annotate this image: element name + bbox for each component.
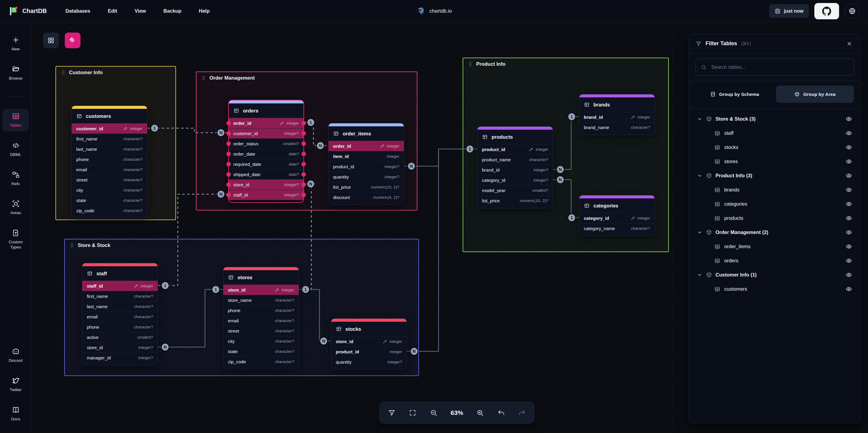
sidebar-item-areas[interactable]: Areas [2,196,29,219]
field-row-orders-order_status[interactable]: order_statussmallint? [229,138,304,149]
field-row-products-product_id[interactable]: product_idinteger [477,144,553,154]
redo-button[interactable] [518,409,526,417]
field-row-staff-first_name[interactable]: first_namecharacter? [82,291,158,301]
connection-handle[interactable] [226,141,231,146]
field-row-order_items-quantity[interactable]: quantityinteger? [329,172,404,182]
drag-handle-icon[interactable] [201,75,207,81]
fit-view-button[interactable] [409,409,416,417]
field-row-customers-city[interactable]: citycharacter? [72,185,147,195]
sidebar-item-tables[interactable]: Tables [2,109,29,132]
menu-databases[interactable]: Databases [65,8,90,14]
field-row-brands-brand_id[interactable]: brand_idinteger [579,112,655,122]
field-row-orders-order_id[interactable]: order_idinteger [229,118,304,128]
field-row-orders-store_id[interactable]: store_idinteger? [229,179,304,190]
language-button[interactable] [844,4,860,19]
toggle-visibility-brands[interactable] [844,185,853,195]
filter-group-product-info[interactable]: Product Info (3) [689,169,861,183]
connection-handle[interactable] [226,152,231,156]
toggle-visibility-customers[interactable] [844,285,853,294]
field-row-customers-first_name[interactable]: first_namecharacter? [72,134,147,144]
drag-handle-icon[interactable] [60,70,66,76]
table-header-customers[interactable]: customers [72,109,147,123]
field-row-stocks-store_id[interactable]: store_idinteger [331,336,407,346]
toggle-visibility-store-stock[interactable] [844,115,853,124]
filter-table-stores[interactable]: stores [689,154,861,169]
undo-button[interactable] [497,409,505,417]
field-row-staff-phone[interactable]: phonecharacter? [82,322,158,332]
table-staff[interactable]: staffstaff_idintegerfirst_namecharacter?… [82,263,158,366]
search-input[interactable] [711,64,849,70]
field-row-brands-brand_name[interactable]: brand_namecharacter? [579,122,655,133]
field-row-products-product_name[interactable]: product_namecharacter? [477,154,553,165]
field-row-orders-staff_id[interactable]: staff_idinteger? [229,190,304,200]
field-row-products-category_id[interactable]: category_idinteger? [477,175,553,185]
table-products[interactable]: productsproduct_idintegerproduct_namecha… [477,126,553,208]
table-header-products[interactable]: products [477,129,553,144]
close-panel-button[interactable] [845,39,854,48]
toggle-visibility-staff[interactable] [844,129,853,138]
field-row-products-list_price[interactable]: list_pricenumeric(10, 2)? [477,195,553,206]
menu-help[interactable]: Help [199,8,210,14]
table-header-orders[interactable]: orders [229,104,304,118]
field-row-customers-street[interactable]: streetcharacter? [72,175,147,185]
field-row-order_items-discount[interactable]: discountnumeric(4, 2)? [329,192,404,202]
connection-handle[interactable] [301,141,306,146]
connection-handle[interactable] [226,182,231,187]
table-customers[interactable]: customerscustomer_idintegerfirst_namecha… [71,106,147,218]
connection-handle[interactable] [226,193,231,197]
snap-to-grid-button[interactable] [65,33,81,48]
field-row-orders-shipped_date[interactable]: shipped_datedate? [229,169,304,179]
field-row-staff-manager_id[interactable]: manager_idinteger? [82,352,158,363]
chevron-down-icon[interactable] [697,272,703,278]
toggle-visibility-products[interactable] [844,214,853,223]
toggle-visibility-stores[interactable] [844,157,853,166]
connection-handle[interactable] [301,121,306,125]
toggle-visibility-orders[interactable] [844,256,853,265]
connection-handle[interactable] [226,131,231,136]
database-indicator[interactable]: chartdb.io [416,0,452,22]
connection-handle[interactable] [226,121,231,125]
filter-table-products[interactable]: products [689,211,861,225]
sidebar-item-browse[interactable]: Browse [2,62,29,84]
sidebar-item-custom-types[interactable]: Custom Types [2,226,29,253]
field-row-customers-phone[interactable]: phonecharacter? [72,154,147,164]
filter-table-categories[interactable]: categories [689,197,861,211]
table-header-staff[interactable]: staff [82,266,158,281]
field-row-stores-state[interactable]: statecharacter? [223,346,299,356]
zoom-level[interactable]: 63% [451,409,463,416]
field-row-customers-zip_code[interactable]: zip_codecharacter? [72,205,147,215]
connection-handle[interactable] [301,152,306,156]
table-header-stores[interactable]: stores [223,270,299,285]
field-row-stores-store_id[interactable]: store_idinteger [223,285,299,295]
field-row-orders-order_date[interactable]: order_datedate? [229,149,304,159]
chevron-down-icon[interactable] [697,116,703,122]
connection-handle[interactable] [301,193,306,197]
field-row-stocks-product_id[interactable]: product_idinteger [331,346,407,357]
connection-handle[interactable] [226,162,231,167]
view-options-button[interactable] [43,33,59,48]
filter-group-customer-info[interactable]: Customer Info (1) [689,268,861,282]
field-row-categories-category_id[interactable]: category_idinteger [579,213,655,223]
field-row-customers-customer_id[interactable]: customer_idinteger [72,123,147,134]
field-row-staff-active[interactable]: activesmallint? [82,332,158,342]
table-orders[interactable]: ordersorder_idintegercustomer_idinteger?… [228,100,304,203]
group-by-schema-button[interactable]: Group by Schema [695,86,774,103]
table-categories[interactable]: categoriescategory_idintegercategory_nam… [579,195,655,236]
field-row-stores-zip_code[interactable]: zip_codecharacter? [223,356,299,367]
sidebar-item-docs[interactable]: Docs [2,403,29,425]
github-button[interactable] [814,3,839,19]
drag-handle-icon[interactable] [69,242,75,248]
chevron-down-icon[interactable] [697,229,703,235]
field-row-products-model_year[interactable]: model_yearsmallint? [477,185,553,195]
field-row-staff-email[interactable]: emailcharacter? [82,312,158,322]
table-stores[interactable]: storesstore_idintegerstore_namecharacter… [223,267,299,369]
field-row-order_items-list_price[interactable]: list_pricenumeric(10, 2)? [329,182,404,192]
field-row-customers-email[interactable]: emailcharacter? [72,164,147,175]
sidebar-item-discord[interactable]: Discord [2,344,29,367]
sidebar-item-refs[interactable]: Refs [2,167,29,190]
field-row-products-brand_id[interactable]: brand_idinteger? [477,165,553,175]
connection-handle[interactable] [301,172,306,177]
filter-table-stocks[interactable]: stocks [689,140,861,154]
table-header-order_items[interactable]: order_items [329,126,404,141]
filter-table-order_items[interactable]: order_items [689,239,861,254]
